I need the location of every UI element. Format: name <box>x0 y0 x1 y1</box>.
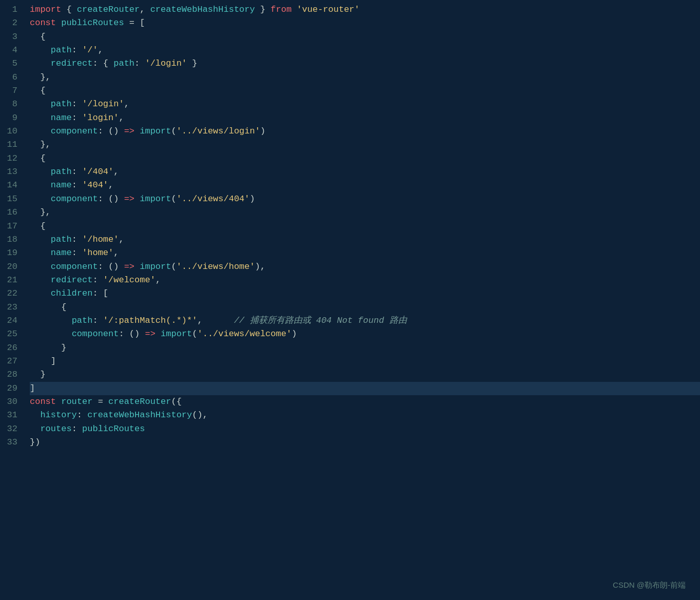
line-number: 12 <box>0 152 25 165</box>
line-number: 13 <box>0 165 25 179</box>
code-line: component: () => import('../views/login'… <box>30 125 700 138</box>
token-plain: ), <box>255 262 265 272</box>
token-plain: ( <box>192 329 197 339</box>
token-prop: component <box>51 126 98 136</box>
token-plain: , <box>155 275 161 285</box>
token-prop: component <box>72 329 119 339</box>
code-line: name: 'login', <box>30 111 700 125</box>
token-plain: }) <box>30 437 40 447</box>
token-plain: , <box>140 5 150 14</box>
token-plain <box>56 397 61 407</box>
token-plain <box>30 235 51 244</box>
token-id: createRouter <box>77 5 140 14</box>
line-number: 20 <box>0 260 25 274</box>
token-kw: import <box>30 5 61 14</box>
code-line: const publicRoutes = [ <box>30 16 700 30</box>
line-number: 15 <box>0 192 25 206</box>
token-plain: : <box>77 410 87 420</box>
code-line: routes: publicRoutes <box>30 422 700 436</box>
token-str: 'home' <box>82 248 113 258</box>
token-plain: (), <box>192 410 208 420</box>
token-arrow: => <box>124 126 134 136</box>
line-number: 1 <box>0 3 25 16</box>
line-number: 19 <box>0 246 25 260</box>
token-plain: , <box>119 113 124 123</box>
token-id: createWebHashHistory <box>87 410 192 420</box>
code-line: } <box>30 368 700 381</box>
token-plain: }, <box>30 207 51 217</box>
token-str: '/login' <box>145 59 187 68</box>
code-line: name: '404', <box>30 179 700 192</box>
line-number: 23 <box>0 301 25 314</box>
token-plain: { <box>30 86 46 95</box>
code-line: } <box>30 341 700 355</box>
code-line: component: () => import('../views/404') <box>30 192 700 206</box>
token-kw: const <box>30 397 56 407</box>
line-number: 14 <box>0 179 25 192</box>
token-prop: name <box>51 113 72 123</box>
line-number: 8 <box>0 98 25 111</box>
token-plain: , <box>113 167 119 177</box>
code-line: ] <box>30 355 700 368</box>
token-plain: : <box>134 59 145 68</box>
token-str: '/:pathMatch(.*)*' <box>103 316 198 325</box>
code-line: path: '/login', <box>30 98 700 111</box>
token-plain <box>30 424 40 434</box>
token-plain: : () <box>119 329 145 339</box>
code-line: path: '/404', <box>30 165 700 179</box>
line-number: 2 <box>0 16 25 30</box>
token-plain: : () <box>98 126 124 136</box>
token-id: import <box>161 329 192 339</box>
token-plain: ( <box>171 194 176 204</box>
code-line: redirect: { path: '/login' } <box>30 57 700 70</box>
code-line: { <box>30 220 700 233</box>
code-line: component: () => import('../views/welcom… <box>30 327 700 341</box>
line-number: 21 <box>0 274 25 287</box>
token-plain: ) <box>291 329 297 339</box>
line-number: 10 <box>0 125 25 138</box>
token-plain <box>30 288 51 298</box>
token-prop: component <box>51 194 98 204</box>
code-editor: 1234567891011121314151617181920212223242… <box>0 0 700 600</box>
line-number: 5 <box>0 57 25 70</box>
token-plain: } <box>30 343 66 353</box>
token-plain <box>134 262 140 272</box>
token-plain: : <box>72 99 82 109</box>
token-plain: : [ <box>92 288 108 298</box>
token-plain <box>56 18 61 28</box>
token-plain <box>30 262 51 272</box>
token-prop: component <box>51 262 98 272</box>
token-arrow: => <box>145 329 155 339</box>
token-plain: , <box>119 235 124 244</box>
line-number: 16 <box>0 206 25 219</box>
code-line: }) <box>30 436 700 449</box>
token-str: '/welcome' <box>103 275 155 285</box>
code-line: const router = createRouter({ <box>30 395 700 409</box>
code-line: import { createRouter, createWebHashHist… <box>30 3 700 16</box>
token-plain: { <box>30 221 46 231</box>
token-plain: : <box>72 235 82 244</box>
token-plain: : <box>72 180 82 190</box>
code-line: path: '/:pathMatch(.*)*', // 捕获所有路由或 404… <box>30 314 700 327</box>
code-line: { <box>30 30 700 44</box>
token-plain: , <box>113 248 119 258</box>
token-id: import <box>140 194 171 204</box>
line-number: 9 <box>0 111 25 125</box>
token-id: createRouter <box>108 397 171 407</box>
token-plain <box>30 167 51 177</box>
token-prop: path <box>51 45 72 55</box>
token-str: '/login' <box>82 99 124 109</box>
token-plain <box>30 99 51 109</box>
token-plain <box>291 5 297 14</box>
code-line: path: '/home', <box>30 233 700 246</box>
code-line: component: () => import('../views/home')… <box>30 260 700 274</box>
token-id: import <box>140 262 171 272</box>
token-prop: path <box>51 167 72 177</box>
token-plain: ) <box>260 126 265 136</box>
token-str: 'vue-router' <box>297 5 359 14</box>
code-content: import { createRouter, createWebHashHist… <box>25 0 700 600</box>
token-comment: // 捕获所有路由或 404 Not found 路由 <box>234 316 407 325</box>
line-number: 26 <box>0 341 25 355</box>
token-kw: from <box>270 5 291 14</box>
line-number: 31 <box>0 409 25 422</box>
